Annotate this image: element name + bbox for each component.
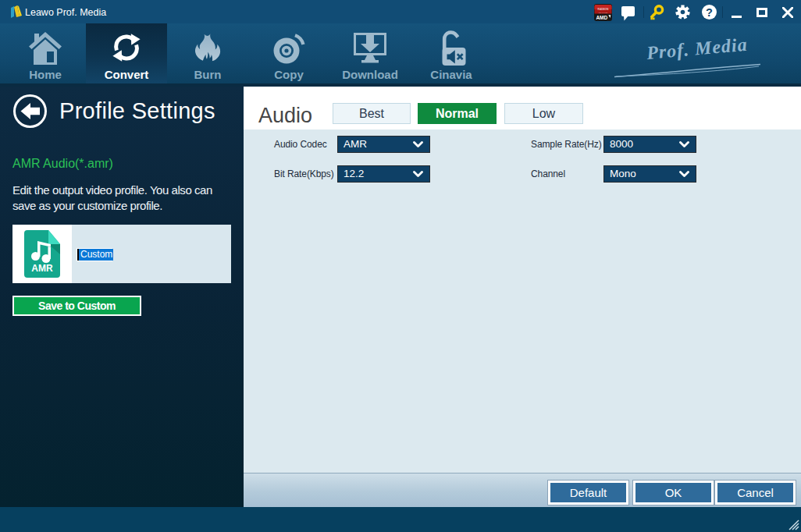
svg-text:GRAPHICS: GRAPHICS	[599, 12, 608, 13]
svg-text:?: ?	[706, 6, 713, 19]
svg-text:RADEON: RADEON	[598, 8, 610, 11]
svg-text:AMD: AMD	[596, 15, 607, 20]
svg-text:AMR: AMR	[31, 263, 53, 274]
